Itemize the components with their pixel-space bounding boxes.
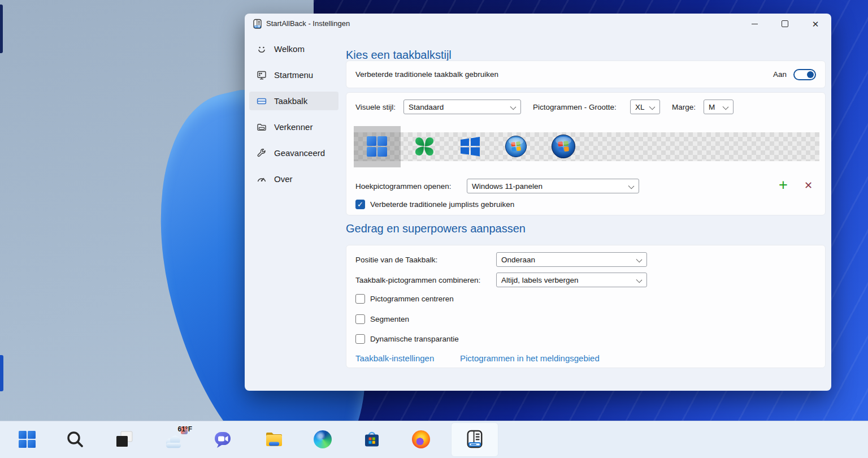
task-view-icon [115, 430, 134, 449]
style-option-clover[interactable] [412, 134, 437, 159]
toggle-state-label: Aan [773, 70, 787, 79]
margin-select[interactable]: M [704, 100, 734, 114]
jumplists-label: Verbeterde traditionele jumplists gebrui… [370, 200, 514, 209]
margin-label: Marge: [672, 103, 696, 111]
windows-8-logo [459, 136, 481, 157]
gauge-icon [256, 174, 267, 184]
windows-11-logo [366, 135, 388, 158]
center-icons-checkbox[interactable] [355, 294, 365, 304]
remove-style-button[interactable]: ✕ [804, 180, 813, 191]
firefox-icon [412, 430, 430, 448]
enhanced-taskbar-card: Verbeterde traditionele taakbalk gebruik… [346, 61, 826, 88]
windows-start-icon [18, 430, 36, 448]
sidebar-item-verkenner[interactable]: Verkenner [249, 118, 338, 136]
title-bar[interactable]: StartAllBack - Instellingen ✕ [245, 14, 831, 34]
taskbar-position-value: Onderaan [501, 256, 535, 264]
weather-cloud-icon [164, 434, 183, 450]
sidebar-item-label: Geavanceerd [274, 148, 325, 158]
section-heading-behavior: Gedrag en superpowers aanpassen [346, 222, 526, 235]
sidebar-item-startmenu[interactable]: Startmenu [249, 66, 338, 84]
folder-icon [256, 122, 267, 132]
enhanced-taskbar-label: Verbeterde traditionele taakbalk gebruik… [355, 70, 498, 79]
add-style-button[interactable]: + [779, 178, 788, 193]
visual-style-label: Visuele stijl: [355, 103, 396, 111]
corner-icons-select[interactable]: Windows 11-panelen [467, 179, 639, 193]
visual-style-select[interactable]: Standaard [403, 100, 521, 114]
dynamic-transparency-label: Dynamische transparantie [370, 335, 459, 343]
chevron-down-icon [510, 104, 517, 110]
taskbar-firefox-button[interactable] [411, 430, 431, 449]
wrench-icon [256, 148, 267, 158]
sidebar-item-label: Verkenner [274, 122, 313, 132]
sidebar-item-label: Welkom [274, 44, 305, 54]
toggle-knob [807, 71, 814, 78]
minimize-icon [752, 24, 758, 24]
taskbar-chat-button[interactable] [213, 430, 232, 449]
sidebar-item-over[interactable]: Over [249, 170, 338, 188]
chevron-down-icon [628, 183, 635, 189]
taskbar-search-button[interactable] [66, 430, 85, 449]
sidebar-item-geavanceerd[interactable]: Geavanceerd [249, 144, 338, 162]
chevron-down-icon [636, 277, 643, 283]
minimize-button[interactable] [748, 17, 761, 31]
taskbar-start-button[interactable] [18, 430, 37, 449]
center-icons-checkbox-row[interactable]: Pictogrammen centreren [355, 294, 454, 304]
startallback-icon [466, 430, 484, 449]
combine-icons-select[interactable]: Altijd, labels verbergen [496, 273, 647, 287]
segments-label: Segmenten [370, 315, 409, 323]
corner-icons-value: Windows 11-panelen [472, 182, 542, 191]
sidebar-item-label: Over [274, 174, 293, 184]
taskbar-store-button[interactable] [362, 430, 381, 449]
file-explorer-icon [264, 430, 284, 449]
icon-size-select[interactable]: XL [630, 100, 660, 114]
sidebar-item-welkom[interactable]: Welkom [249, 40, 338, 58]
taskbar-startallback-button[interactable] [465, 430, 484, 449]
segments-checkbox-row[interactable]: Segmenten [355, 314, 409, 324]
section-heading-taskbar-style: Kies een taakbalkstijl [346, 49, 452, 62]
sidebar-nav: Welkom Startmenu Taakbalk Verkenner Geav… [249, 40, 338, 196]
weather-temperature: 61°F [178, 425, 192, 433]
wallpaper-edge-sliver-bottom [0, 355, 3, 391]
close-button[interactable]: ✕ [809, 17, 822, 31]
behavior-card: Positie van de Taakbalk: Onderaan Taakba… [346, 245, 826, 368]
close-icon: ✕ [812, 20, 819, 28]
style-option-windows-7[interactable] [504, 134, 528, 159]
taskbar-style-card: Visuele stijl: Standaard Pictogrammen - … [346, 92, 826, 215]
taskbar-file-explorer-button[interactable] [264, 430, 284, 449]
windows-7-orb [505, 135, 527, 158]
sidebar-item-label: Taakbalk [274, 96, 307, 106]
sidebar-item-taakbalk[interactable]: Taakbalk [249, 92, 338, 110]
sidebar-item-label: Startmenu [274, 70, 313, 80]
green-clover-logo [414, 136, 435, 157]
jumplists-checkbox-row[interactable]: ✓ Verbeterde traditionele jumplists gebr… [355, 200, 514, 209]
dynamic-transparency-checkbox[interactable] [355, 334, 365, 344]
icon-size-value: XL [635, 103, 645, 111]
chevron-down-icon [723, 104, 729, 110]
taskbar-settings-link[interactable]: Taakbalk-instellingen [355, 353, 434, 363]
edge-icon [314, 430, 332, 448]
notification-icons-link[interactable]: Pictogrammen in het meldingsgebied [460, 353, 600, 363]
microsoft-store-icon [362, 430, 381, 449]
chat-video-icon [213, 430, 232, 449]
dynamic-transparency-checkbox-row[interactable]: Dynamische transparantie [355, 334, 459, 344]
jumplists-checkbox[interactable]: ✓ [355, 200, 365, 209]
segments-checkbox[interactable] [355, 314, 365, 324]
chevron-down-icon [649, 104, 656, 110]
taskbar-position-select[interactable]: Onderaan [496, 252, 647, 267]
maximize-button[interactable] [778, 17, 792, 31]
combine-icons-value: Altijd, labels verbergen [501, 276, 579, 284]
style-option-windows-vista[interactable] [551, 134, 576, 159]
visual-style-value: Standaard [409, 103, 444, 111]
taskbar-weather-button[interactable]: 61°F [164, 430, 183, 449]
chevron-down-icon [636, 257, 643, 263]
style-option-windows-11[interactable] [364, 134, 389, 159]
style-option-windows-8[interactable] [458, 134, 483, 159]
smiley-icon [256, 44, 267, 54]
enhanced-taskbar-toggle[interactable] [793, 69, 816, 80]
startallback-app-icon [253, 19, 262, 32]
icon-size-label: Pictogrammen - Grootte: [533, 103, 617, 111]
margin-value: M [709, 103, 715, 111]
taskbar-task-view-button[interactable] [115, 430, 134, 449]
taskbar-edge-button[interactable] [313, 430, 332, 449]
search-icon [66, 430, 84, 448]
